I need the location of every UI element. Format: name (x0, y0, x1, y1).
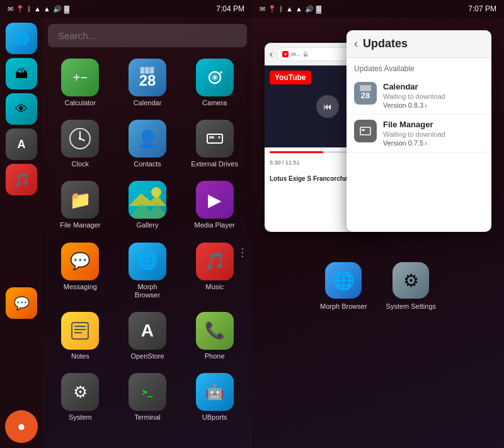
morph-browser-label: MorphBrowser (135, 283, 160, 299)
address-text: m... (291, 51, 301, 57)
app-calculator[interactable]: +− Calculator (48, 54, 113, 112)
camera-icon (196, 59, 234, 96)
calendar-update-icon: ▓▓▓ 28 (354, 82, 377, 105)
search-input[interactable] (48, 24, 247, 47)
video-time: 5:30 / 11:51 (270, 159, 300, 166)
app-external-drives[interactable]: External Drives (182, 115, 247, 173)
sidebar-item-gallery[interactable]: 🏔 (6, 58, 37, 89)
file-manager-label: File Manager (60, 221, 100, 229)
progress-fill (270, 151, 323, 153)
app-media-player[interactable]: ▶ Media Player (182, 176, 247, 234)
media-player-label: Media Player (195, 221, 235, 229)
svg-rect-21 (304, 54, 307, 57)
filemanager-update-details: File Manager Waiting to download Version… (383, 120, 484, 147)
status-bar-right: ✉ 📍 ᛒ ▲ ▲ 🔊 ▓ 7:07 PM (252, 0, 504, 18)
update-item-filemanager[interactable]: File Manager Waiting to download Version… (346, 115, 491, 152)
volume-icon-r: 🔊 (305, 5, 314, 13)
location-icon: 📍 (16, 5, 25, 13)
lock-icon (303, 52, 308, 57)
card-stack: ‹ m... YouTube ⏮ (265, 30, 491, 244)
svg-rect-8 (207, 134, 222, 143)
contacts-label: Contacts (134, 160, 161, 168)
app-notes[interactable]: Notes (48, 307, 113, 365)
updates-title: Updates (363, 37, 408, 50)
time-display-right: 7:07 PM (468, 4, 496, 13)
dock-morph-browser[interactable]: 🌐 Morph Browser (320, 262, 367, 310)
filemanager-update-status: Waiting to download (383, 130, 484, 138)
app-drawer: +− Calculator ▓▓▓ 28 Calendar (43, 18, 252, 448)
app-messaging[interactable]: 💬 Messaging (48, 238, 113, 304)
updates-available-label: Updates Available (346, 58, 491, 77)
messaging-label: Messaging (64, 283, 97, 291)
app-file-manager[interactable]: 📁 File Manager (48, 176, 113, 234)
svg-point-3 (220, 71, 222, 74)
updates-card[interactable]: ‹ Updates Updates Available ▓▓▓ 28 Calen… (346, 30, 491, 232)
app-calendar[interactable]: ▓▓▓ 28 Calendar (115, 54, 180, 112)
dock-morph-icon: 🌐 (325, 262, 362, 299)
play-button[interactable]: ⏮ (316, 95, 339, 118)
notes-icon (61, 312, 99, 350)
dock-settings-icon: ⚙ (392, 262, 429, 299)
mail-icon: ✉ (8, 5, 13, 13)
calculator-label: Calculator (65, 99, 96, 107)
wifi-icon-r: ▲ (295, 5, 302, 13)
app-contacts[interactable]: 👤 Contacts (115, 115, 180, 173)
app-system[interactable]: ⚙ System (48, 368, 113, 427)
update-item-calendar[interactable]: ▓▓▓ 28 Calendar Waiting to download Vers… (346, 77, 491, 115)
app-ubports[interactable]: 🤖 UBports (182, 368, 247, 427)
sidebar-item-music[interactable]: 🎵 (6, 164, 37, 195)
browser-back-btn[interactable]: ‹ (270, 49, 273, 60)
app-terminal[interactable]: >_ Terminal (115, 368, 180, 427)
youtube-logo: YouTube (270, 71, 311, 84)
ubports-icon: 🤖 (196, 373, 234, 411)
svg-rect-9 (209, 136, 214, 139)
sidebar-item-browser[interactable]: 🌐 (6, 23, 37, 54)
openstore-label: OpenStore (130, 352, 164, 360)
terminal-label: Terminal (134, 413, 161, 422)
app-phone[interactable]: 📞 Phone (182, 307, 247, 365)
app-openstore[interactable]: A OpenStore (115, 307, 180, 365)
calculator-icon: +− (61, 59, 99, 96)
signal-icon-r: ▲ (286, 5, 293, 13)
phone-label: Phone (205, 352, 225, 360)
openstore-icon: A (129, 312, 166, 350)
app-morph-browser[interactable]: 🌐 MorphBrowser (115, 238, 180, 304)
app-grid: +− Calculator ▓▓▓ 28 Calendar (48, 54, 247, 427)
contacts-icon: 👤 (129, 120, 166, 158)
app-gallery[interactable]: Gallery (115, 176, 180, 234)
music-label: Music (205, 283, 224, 291)
more-dots[interactable]: ··· (236, 248, 249, 259)
updates-back-button[interactable]: ‹ (354, 37, 358, 50)
filemanager-update-icon (354, 120, 377, 142)
sidebar: 🌐 🏔 👁 A 🎵 💬 ● (0, 18, 43, 448)
dock-morph-label: Morph Browser (320, 302, 367, 310)
camera-label: Camera (202, 99, 227, 107)
media-player-icon: ▶ (196, 181, 234, 219)
clock-label: Clock (72, 160, 89, 168)
messaging-icon: 💬 (61, 243, 99, 280)
app-camera[interactable]: Camera (182, 54, 247, 112)
external-drives-icon (196, 120, 234, 158)
time-display-left: 7:04 PM (216, 4, 244, 13)
app-clock[interactable]: Clock (48, 115, 113, 173)
file-manager-icon: 📁 (61, 181, 99, 219)
sidebar-item-messaging[interactable]: 💬 (6, 287, 37, 319)
sidebar-item-store[interactable]: A (6, 129, 37, 160)
system-label: System (69, 413, 92, 422)
bluetooth-icon: ᛒ (27, 5, 32, 13)
phone-left: ✉ 📍 ᛒ ▲ ▲ 🔊 ▓ 7:04 PM 🌐 🏔 👁 A 🎵 💬 ● +− (0, 0, 252, 448)
sidebar-item-camera[interactable]: 👁 (6, 93, 37, 125)
filemanager-update-version: Version 0.7.5 › (383, 139, 484, 147)
ubuntu-button[interactable]: ● (5, 410, 38, 443)
status-bar-left: ✉ 📍 ᛒ ▲ ▲ 🔊 ▓ 7:04 PM (0, 0, 252, 18)
svg-rect-15 (72, 323, 88, 339)
svg-rect-23 (362, 129, 365, 131)
calendar-icon: ▓▓▓ 28 (129, 59, 166, 96)
youtube-favicon (282, 51, 289, 57)
dock-system-settings[interactable]: ⚙ System Settings (386, 262, 436, 310)
chevron-right-icon: › (425, 101, 427, 109)
volume-icon: 🔊 (53, 5, 62, 13)
svg-point-7 (79, 137, 81, 140)
mail-icon-r: ✉ (260, 5, 265, 13)
updates-header: ‹ Updates (346, 30, 491, 58)
